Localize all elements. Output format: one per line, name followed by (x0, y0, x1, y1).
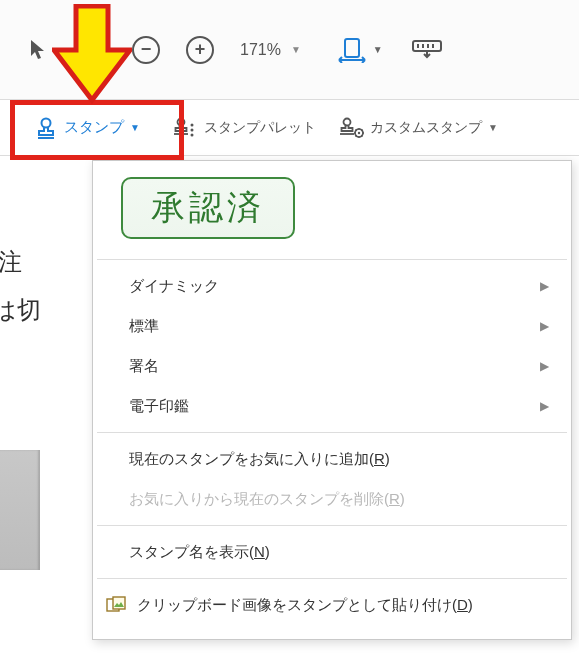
svg-point-11 (190, 128, 193, 131)
stamp-palette-icon (172, 116, 198, 140)
svg-rect-18 (113, 597, 125, 609)
menu-item-label: スタンプ名を表示(N) (129, 543, 270, 562)
main-toolbar: − + 171% ▼ ▼ (0, 0, 579, 100)
fit-width-tool[interactable]: ▼ (337, 37, 383, 63)
chevron-down-icon: ▼ (488, 122, 498, 133)
svg-point-13 (343, 118, 350, 125)
menu-item-label: 電子印鑑 (129, 397, 189, 416)
zoom-level-value: 171% (240, 41, 281, 59)
menu-item-label: 標準 (129, 317, 159, 336)
menu-item-label: お気に入りから現在のスタンプを削除(R) (129, 490, 405, 509)
approved-stamp-preview[interactable]: 承認済 (121, 177, 295, 239)
svg-point-10 (190, 123, 193, 126)
svg-point-6 (42, 118, 51, 127)
chevron-down-icon: ▼ (291, 44, 301, 55)
clipboard-image-icon (105, 594, 127, 616)
menu-separator (97, 432, 567, 433)
chevron-right-icon: ▶ (540, 359, 549, 373)
menu-item-paste-clipboard[interactable]: クリップボード画像をスタンプとして貼り付け(D) (93, 585, 571, 625)
menu-item-standard[interactable]: 標準 ▶ (93, 306, 571, 346)
stamp-dropdown-label: スタンプ (64, 118, 124, 137)
menu-item-label: 署名 (129, 357, 159, 376)
menu-item-label: ダイナミック (129, 277, 219, 296)
menu-item-eseal[interactable]: 電子印鑑 ▶ (93, 386, 571, 426)
stamp-palette-label: スタンプパレット (204, 119, 316, 137)
menu-separator (97, 259, 567, 260)
chevron-down-icon: ▼ (373, 44, 383, 55)
svg-point-8 (177, 118, 184, 125)
menu-separator (97, 578, 567, 579)
svg-rect-0 (345, 39, 359, 57)
menu-item-dynamic[interactable]: ダイナミック ▶ (93, 266, 571, 306)
document-text-fragment: 注 は切 (0, 238, 92, 334)
stamp-dropdown[interactable]: スタンプ ▼ (24, 112, 150, 144)
menu-item-label: クリップボード画像をスタンプとして貼り付け(D) (137, 596, 473, 615)
menu-item-label: 現在のスタンプをお気に入りに追加(R) (129, 450, 390, 469)
menu-item-add-favorite[interactable]: 現在のスタンプをお気に入りに追加(R) (93, 439, 571, 479)
menu-item-signature[interactable]: 署名 ▶ (93, 346, 571, 386)
hand-tool[interactable] (74, 32, 110, 68)
stamp-icon (34, 116, 58, 140)
menu-item-remove-favorite: お気に入りから現在のスタンプを削除(R) (93, 479, 571, 519)
chevron-down-icon: ▼ (130, 122, 140, 133)
chevron-right-icon: ▶ (540, 279, 549, 293)
custom-stamp-icon (338, 116, 364, 140)
menu-separator (97, 525, 567, 526)
stamp-menu: 承認済 ダイナミック ▶ 標準 ▶ 署名 ▶ 電子印鑑 ▶ 現在のスタンプをお気… (92, 160, 572, 640)
custom-stamp-label: カスタムスタンプ (370, 119, 482, 137)
stamp-toolbar: スタンプ ▼ スタンプパレット カスタムスタンプ (0, 100, 579, 156)
chevron-right-icon: ▶ (540, 319, 549, 333)
keyboard-tool[interactable] (409, 32, 445, 68)
zoom-level-dropdown[interactable]: 171% ▼ (240, 41, 301, 59)
menu-item-show-names[interactable]: スタンプ名を表示(N) (93, 532, 571, 572)
svg-point-16 (358, 131, 360, 133)
chevron-right-icon: ▶ (540, 399, 549, 413)
custom-stamp-dropdown[interactable]: カスタムスタンプ ▼ (338, 116, 498, 140)
zoom-out-button[interactable]: − (128, 32, 164, 68)
svg-point-12 (190, 133, 193, 136)
zoom-in-button[interactable]: + (182, 32, 218, 68)
selection-tool[interactable] (20, 32, 56, 68)
stamp-palette-button[interactable]: スタンプパレット (172, 116, 316, 140)
document-edge (0, 450, 40, 570)
